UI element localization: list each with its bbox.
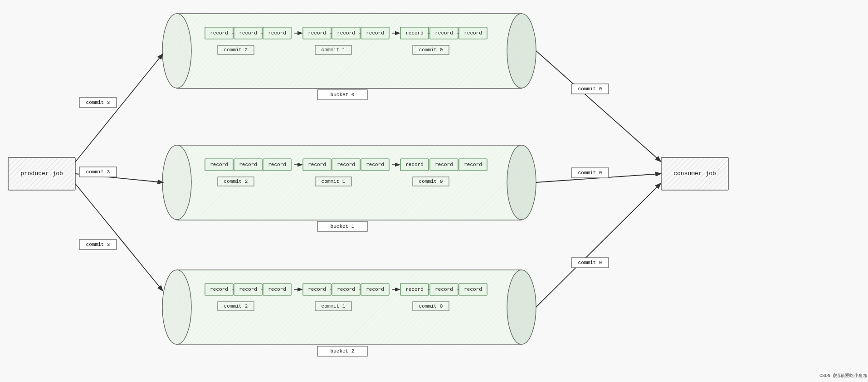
bucket-2-label: bucket 2 [331,348,355,354]
svg-text:commit 1: commit 1 [322,47,346,53]
svg-text:record: record [210,287,228,292]
svg-text:commit 0: commit 0 [419,179,443,184]
producer-bucket1-commit-label: commit 3 [86,169,110,175]
svg-text:commit 2: commit 2 [224,47,248,53]
svg-text:record: record [337,287,355,292]
svg-text:record: record [405,30,424,36]
svg-text:record: record [337,30,355,36]
bucket1-consumer-commit-label: commit 0 [578,170,602,176]
svg-line-128 [536,184,660,307]
svg-text:record: record [464,30,482,36]
svg-text:record: record [210,162,228,167]
svg-text:record: record [308,30,326,36]
svg-text:record: record [239,162,257,167]
bucket-1-label: bucket 1 [331,224,355,229]
svg-text:record: record [268,162,286,167]
svg-text:record: record [366,162,384,167]
producer-label: producer job [20,170,63,177]
svg-text:record: record [405,287,424,292]
bucket2-consumer-commit-label: commit 0 [578,260,602,265]
svg-text:record: record [464,287,482,292]
svg-text:commit 0: commit 0 [419,304,443,309]
svg-line-122 [75,184,162,290]
svg-text:record: record [366,30,384,36]
bucket0-consumer-commit-label: commit 0 [578,86,602,92]
svg-text:record: record [435,287,453,292]
svg-text:commit 1: commit 1 [322,179,346,184]
svg-text:commit 1: commit 1 [322,304,346,309]
svg-text:record: record [464,162,482,167]
svg-text:record: record [337,162,355,167]
svg-line-124 [536,51,660,161]
svg-text:record: record [308,287,326,292]
svg-text:commit 0: commit 0 [419,47,443,53]
svg-text:record: record [405,162,424,167]
svg-line-118 [75,54,162,162]
svg-text:commit 2: commit 2 [224,179,248,184]
svg-text:record: record [268,30,286,36]
producer-bucket0-commit-label: commit 3 [86,100,110,105]
consumer-label: consumer job [673,170,716,177]
svg-text:record: record [210,30,228,36]
svg-text:record: record [366,287,384,292]
svg-text:record: record [239,30,257,36]
bucket-0-label: bucket 0 [331,92,355,98]
svg-text:record: record [268,287,286,292]
svg-text:record: record [308,162,326,167]
svg-text:record: record [239,287,257,292]
watermark: CSDN @猫猫爱吃小鱼粮 [819,373,868,378]
producer-bucket2-commit-label: commit 3 [86,242,110,247]
svg-text:record: record [435,162,453,167]
svg-text:record: record [435,30,453,36]
svg-text:commit 2: commit 2 [224,304,248,309]
